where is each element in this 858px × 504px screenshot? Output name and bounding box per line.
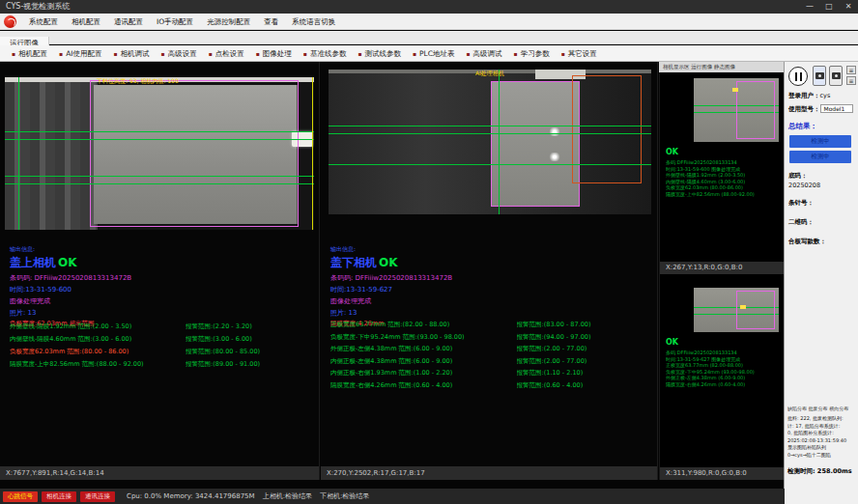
image-overlay-label: 下料位高度: 93, 相机内值: 100 bbox=[97, 77, 179, 86]
tool-camera-debug[interactable]: 相机调试 bbox=[108, 45, 156, 62]
process-status-text: 图像处理完成 bbox=[10, 296, 131, 306]
window-title: CYS-视觉检测系统 bbox=[6, 2, 70, 11]
preview-ok-badge: OK bbox=[666, 148, 678, 156]
tool-testline-params[interactable]: 测试线参数 bbox=[352, 45, 407, 62]
measure-line bbox=[5, 183, 314, 184]
edge-line bbox=[312, 77, 313, 230]
model-select[interactable]: Model1 bbox=[820, 104, 853, 113]
output-info-label: 输出信息: bbox=[10, 245, 131, 254]
close-button[interactable]: ✕ bbox=[839, 0, 858, 14]
tool-image-processing[interactable]: 图像处理 bbox=[250, 45, 298, 62]
measure-alarm: 报警范围:(1.10 - 2.10) bbox=[517, 367, 651, 379]
upper-camera-view: 下料位高度: 93, 相机内值: 100 输出信息: 盖上相机OK 条码码: D… bbox=[0, 62, 320, 480]
app-logo-icon bbox=[4, 15, 16, 28]
camera-connection-badge: 相机连接 bbox=[42, 491, 76, 502]
tool-plc-address[interactable]: PLC地址表 bbox=[407, 45, 461, 62]
tool-advanced-debug[interactable]: 高级调试 bbox=[461, 45, 508, 62]
upper-measurement-list: 外侧壁线-隔膜1.92mm 范围:(2.00 - 3.50) 报警范围:(2.2… bbox=[10, 321, 313, 371]
measure-text: 正极宽度63.77mm 范围:(82.00 - 88.00) bbox=[330, 319, 517, 331]
measure-row: 外侧壁线-隔膜1.92mm 范围:(2.00 - 3.50) 报警范围:(2.2… bbox=[10, 321, 313, 333]
preview-text-lines: 条码:DFFiiiw20250208133134 时间:13-31-59-600… bbox=[666, 159, 782, 197]
title-bar: CYS-视觉检测系统 — □ ✕ bbox=[0, 0, 858, 14]
measure-alarm: 报警范围:(94.00 - 97.00) bbox=[517, 331, 651, 344]
result-status-box-1[interactable]: 检测中 bbox=[789, 135, 851, 148]
preview-panel-2[interactable]: OK 条码:DFFiiiw20250208133134 时间:13-31-59-… bbox=[659, 274, 784, 480]
measure-text: 内侧正极-左侧4.38mm 范围:(6.00 - 9.00) bbox=[330, 355, 517, 368]
measure-text: 外侧壁线-隔膜1.92mm 范围:(2.00 - 3.50) bbox=[10, 321, 186, 333]
list-view-button-2[interactable]: ≡ bbox=[846, 76, 856, 85]
pixel-coordinate-readout: X:7677,Y:891,R:14,G:14,B:14 bbox=[0, 466, 319, 480]
upper-camera-image[interactable]: 下料位高度: 93, 相机内值: 100 bbox=[5, 77, 314, 230]
lower-camera-toggle-button[interactable] bbox=[829, 66, 843, 86]
control-panel: ≡ ≡ 登录用户：cys 使用型号：Model1 总结果： 检测中 检测中 底码… bbox=[784, 62, 858, 504]
stat-line: 显示图陷补陷队列 bbox=[787, 444, 856, 452]
stat-line: 计: 17, 批陷分布系统计: bbox=[787, 423, 856, 431]
result-status-box-2[interactable]: 检测中 bbox=[789, 151, 851, 163]
highlight-marker bbox=[732, 88, 738, 92]
maximize-button[interactable]: □ bbox=[819, 0, 839, 14]
defect-distribution-tabs[interactable]: 缺陷分布 批废分布 横向分布 bbox=[787, 406, 856, 411]
pixel-coordinate-readout: X:270,Y:2502,R:17,G:17,B:17 bbox=[321, 466, 657, 480]
measure-line bbox=[329, 164, 651, 165]
menu-system-config[interactable]: 系统配置 bbox=[22, 14, 65, 30]
measure-line bbox=[5, 131, 314, 132]
menu-view[interactable]: 查看 bbox=[257, 14, 285, 30]
lower-camera-result-status: 下相机:检验结果 bbox=[320, 491, 369, 501]
total-result-label: 总结果： bbox=[788, 122, 817, 130]
qr-code-label: 二维码： bbox=[788, 218, 814, 226]
tool-other-settings[interactable]: 其它设置 bbox=[556, 45, 603, 62]
barcode-text: 条码码: DFFiiiw2025020813313472B bbox=[330, 273, 452, 283]
menu-io-manual[interactable]: IO手动配置 bbox=[150, 14, 200, 30]
result-camera-name: 盖上相机 bbox=[10, 256, 56, 269]
roi-rectangle bbox=[736, 81, 775, 139]
menu-comm-config[interactable]: 通讯配置 bbox=[107, 14, 150, 30]
lower-camera-image[interactable]: AI处理相机 bbox=[329, 70, 651, 214]
menu-camera-config[interactable]: 相机配置 bbox=[65, 14, 107, 30]
measure-row: 内侧壁线-隔膜4.60mm 范围:(3.00 - 6.00) 报警范围:(3.0… bbox=[10, 333, 313, 346]
photo-count-text: 照片: 13 bbox=[10, 308, 131, 318]
measure-alarm: 报警范围:(0.60 - 4.00) bbox=[517, 379, 651, 392]
tool-spot-check[interactable]: 点检设置 bbox=[203, 45, 250, 62]
preview-image-2[interactable] bbox=[694, 288, 779, 332]
preview-image-1[interactable] bbox=[694, 78, 779, 142]
comm-connection-badge: 通讯连接 bbox=[80, 491, 115, 502]
tool-baseline-params[interactable]: 基准线参数 bbox=[298, 45, 353, 62]
preview-text-lines: 条码:DFFiiiw20250208133134 时间:13-31-59-627… bbox=[666, 350, 782, 387]
statistics-text-block: 批料: 222, 批废检测队列: 计: 17, 批陷分布系统计: 0, 批陷图补… bbox=[787, 415, 856, 459]
output-info-label: 输出信息: bbox=[330, 245, 452, 254]
preview-header-tabs[interactable]: 相机显示区 运行图像 静态图像 bbox=[659, 62, 784, 72]
tool-advanced-settings[interactable]: 高级设置 bbox=[156, 45, 203, 62]
measure-line bbox=[5, 176, 314, 177]
preview-panel-1[interactable]: OK 条码:DFFiiiw20250208133134 时间:13-31-59-… bbox=[659, 72, 784, 274]
tool-ai-config[interactable]: AI使用配置 bbox=[53, 45, 107, 62]
time-text: 时间:13-31-59-600 bbox=[10, 285, 131, 294]
list-view-button[interactable]: ≡ bbox=[846, 66, 856, 74]
roi-rectangle bbox=[736, 291, 775, 329]
camera-icon bbox=[815, 72, 824, 79]
roi-rectangle bbox=[90, 80, 299, 227]
measure-row: 负极宽度-下中95.24mm 范围:(93.00 - 98.00) 报警范围:(… bbox=[330, 331, 651, 344]
preview-line: 隔膜宽度-上中82.56mm (88.00-92.00) bbox=[666, 191, 782, 198]
upper-camera-result-status: 上相机:检验结果 bbox=[263, 491, 312, 501]
minimize-button[interactable]: — bbox=[800, 0, 819, 14]
menu-light-control[interactable]: 光源控制配置 bbox=[200, 14, 257, 30]
lower-camera-view: AI处理相机 输出信息: 盖下相机OK 条码码: DFFiiiw20250208… bbox=[321, 62, 658, 480]
pixel-coordinate-readout: X:267,Y:13,R:0,G:0,B:0 bbox=[660, 262, 784, 274]
toolbar: 相机配置 AI使用配置 相机调试 高级设置 点检设置 图像处理 基准线参数 测试… bbox=[0, 45, 858, 62]
menu-language-switch[interactable]: 系统语言切换 bbox=[285, 14, 342, 30]
upper-camera-toggle-button[interactable] bbox=[813, 66, 826, 86]
tool-camera-config[interactable]: 相机配置 bbox=[6, 45, 53, 62]
preview-column: 相机显示区 运行图像 静态图像 OK 条码:DFFiiiw20250208133… bbox=[659, 62, 784, 480]
measure-text: 负极宽度62.03mm 范围:(80.00 - 86.00) bbox=[10, 346, 186, 358]
measure-line-vertical bbox=[18, 77, 19, 230]
measure-line-vertical bbox=[499, 70, 500, 214]
detect-time-readout: 检测时间: 258.00ms bbox=[787, 467, 852, 476]
cpu-memory-readout: Cpu: 0.0% Memory: 3424.41796875M bbox=[127, 492, 255, 500]
pause-button[interactable] bbox=[788, 67, 808, 86]
result-ok-badge: OK bbox=[379, 256, 398, 269]
stat-line: 批料: 222, 批废检测队列: bbox=[787, 415, 856, 423]
measure-alarm: 报警范围:(3.00 - 6.00) bbox=[186, 333, 313, 346]
measure-alarm: 报警范围:(80.00 - 85.00) bbox=[186, 346, 313, 358]
measure-line bbox=[329, 126, 651, 126]
tool-learning-params[interactable]: 学习参数 bbox=[508, 45, 556, 62]
